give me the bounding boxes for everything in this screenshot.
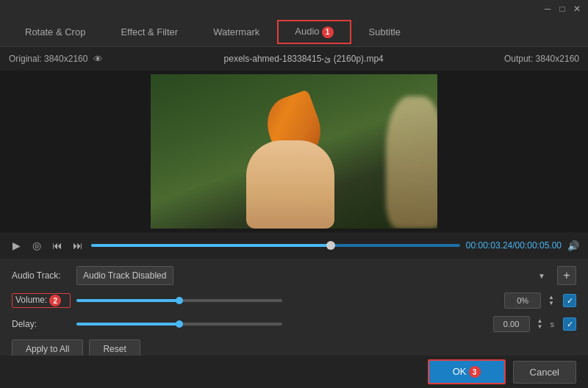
volume-label: Volume:2 xyxy=(12,293,71,308)
person-blur xyxy=(386,96,437,229)
playback-bar: ▶ ◎ ⏮ ⏭ 00:00:03.24/00:00:05.00 🔊 xyxy=(0,232,588,259)
loop-button[interactable]: ◎ xyxy=(29,238,44,253)
select-arrow-icon: ▼ xyxy=(538,272,545,280)
audio-track-row: Audio Track: Audio Track Disabled ▼ + xyxy=(12,266,576,285)
audio-track-label: Audio Track: xyxy=(12,270,71,281)
tabs-bar: Rotate & Crop Effect & Filter Watermark … xyxy=(0,18,588,47)
volume-stepper: ▲ ▼ xyxy=(548,295,554,306)
delay-stepper: ▲ ▼ xyxy=(537,318,543,330)
volume-fill xyxy=(76,299,179,302)
audio-badge: 1 xyxy=(322,26,334,38)
cancel-button[interactable]: Cancel xyxy=(513,361,576,384)
delay-down-button[interactable]: ▼ xyxy=(537,324,543,330)
maximize-button[interactable]: □ xyxy=(557,4,567,14)
current-time: 00:00:03.24 xyxy=(466,240,512,251)
info-bar: Original: 3840x2160 👁 pexels-ahmed-ئ-183… xyxy=(0,47,588,71)
title-bar: ─ □ ✕ xyxy=(0,0,588,18)
add-audio-button[interactable]: + xyxy=(557,266,576,285)
tab-effect-filter[interactable]: Effect & Filter xyxy=(103,21,196,43)
prev-frame-button[interactable]: ⏮ xyxy=(50,238,65,253)
eye-icon[interactable]: 👁 xyxy=(93,54,103,65)
delay-row: Delay: 0.00 ▲ ▼ s ✓ xyxy=(12,316,576,332)
close-button[interactable]: ✕ xyxy=(572,4,582,14)
video-thumbnail xyxy=(151,74,437,229)
total-time: 00:00:05.00 xyxy=(515,240,562,251)
tab-rotate-crop[interactable]: Rotate & Crop xyxy=(7,21,103,43)
volume-value-input[interactable]: 0% xyxy=(504,292,541,309)
progress-thumb xyxy=(326,241,335,250)
delay-checkbox[interactable]: ✓ xyxy=(563,317,576,331)
play-button[interactable]: ▶ xyxy=(9,238,24,253)
progress-fill xyxy=(91,244,331,247)
delay-slider[interactable] xyxy=(76,323,282,326)
ok-button[interactable]: OK3 xyxy=(428,359,506,385)
filename-label: pexels-ahmed-ئ-18338415 (2160p).mp4 xyxy=(103,54,503,64)
tab-subtitle[interactable]: Subtitle xyxy=(351,21,418,43)
volume-slider[interactable] xyxy=(76,299,282,302)
delay-value-input[interactable]: 0.00 xyxy=(493,316,530,332)
output-resolution: Output: 3840x2160 xyxy=(504,54,579,64)
delay-slider-container xyxy=(76,323,481,326)
delay-label: Delay: xyxy=(12,319,71,329)
progress-bar[interactable] xyxy=(91,244,460,247)
minimize-button[interactable]: ─ xyxy=(542,4,553,14)
tab-audio-label: Audio xyxy=(295,26,319,37)
volume-icon[interactable]: 🔊 xyxy=(567,240,579,251)
volume-thumb xyxy=(176,297,183,304)
delay-unit: s xyxy=(551,320,555,328)
next-frame-button[interactable]: ⏭ xyxy=(71,238,85,253)
time-display: 00:00:03.24/00:00:05.00 xyxy=(466,240,562,251)
footer: OK3 Cancel xyxy=(0,356,588,388)
delay-thumb xyxy=(176,320,183,328)
tab-watermark[interactable]: Watermark xyxy=(196,21,277,43)
original-resolution: Original: 3840x2160 xyxy=(9,54,87,64)
hand-decoration xyxy=(246,140,334,229)
volume-row: Volume:2 0% ▲ ▼ ✓ xyxy=(12,292,576,309)
ok-label: OK xyxy=(453,366,467,377)
volume-checkbox[interactable]: ✓ xyxy=(563,294,576,307)
audio-track-select-wrapper: Audio Track Disabled ▼ xyxy=(76,266,551,285)
ok-badge: 3 xyxy=(469,366,481,378)
audio-track-select[interactable]: Audio Track Disabled xyxy=(76,266,173,285)
volume-badge: 2 xyxy=(49,295,61,306)
volume-slider-container xyxy=(76,299,492,302)
volume-down-button[interactable]: ▼ xyxy=(548,301,554,306)
delay-fill xyxy=(76,323,179,326)
video-preview xyxy=(0,71,588,232)
controls-panel: Audio Track: Audio Track Disabled ▼ + Vo… xyxy=(0,259,588,366)
tab-audio[interactable]: Audio1 xyxy=(277,20,351,44)
